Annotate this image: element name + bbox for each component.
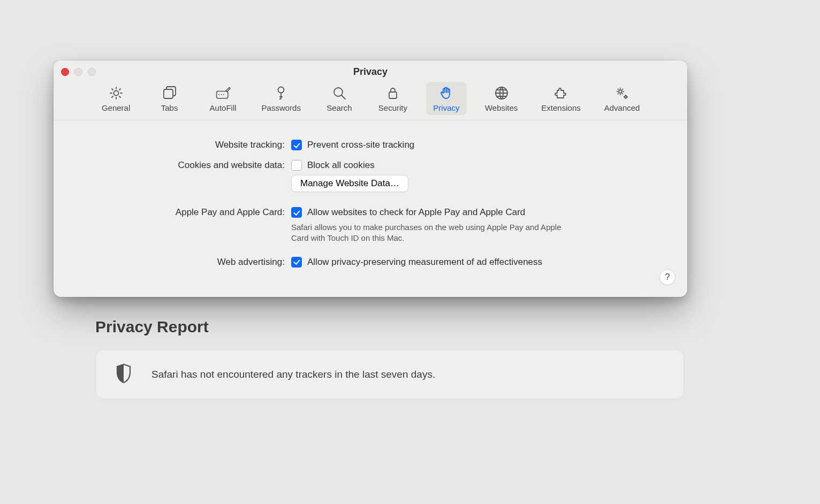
globe-icon — [493, 84, 510, 102]
tab-label: Tabs — [161, 103, 178, 112]
privacy-report-card: Safari has not encountered any trackers … — [95, 349, 684, 399]
allow-apple-pay-check-checkbox[interactable]: Allow websites to check for Apple Pay an… — [291, 207, 570, 218]
tab-label: Passwords — [262, 103, 301, 112]
lock-icon — [385, 84, 401, 102]
tab-general[interactable]: General — [96, 82, 136, 115]
tab-privacy[interactable]: Privacy — [426, 82, 467, 115]
svg-point-0 — [113, 91, 118, 96]
tab-label: Advanced — [604, 103, 640, 112]
search-icon — [331, 84, 347, 102]
tab-tabs[interactable]: Tabs — [149, 82, 190, 115]
tab-search[interactable]: Search — [319, 82, 360, 115]
svg-rect-1 — [164, 89, 173, 98]
website-tracking-label: Website tracking: — [75, 140, 291, 150]
tab-advanced[interactable]: Advanced — [599, 82, 646, 115]
apple-pay-subtext: Safari allows you to make purchases on t… — [291, 222, 570, 244]
tab-label: AutoFill — [210, 103, 237, 112]
preferences-toolbar: General Tabs AutoFill Passwords — [54, 82, 687, 115]
manage-website-data-button[interactable]: Manage Website Data… — [291, 175, 408, 192]
svg-point-4 — [221, 94, 222, 95]
allow-ad-measurement-checkbox[interactable]: Allow privacy-preserving measurement of … — [291, 257, 542, 268]
checkbox-icon — [291, 140, 302, 150]
privacy-report-heading: Privacy Report — [95, 318, 209, 336]
key-icon — [273, 84, 289, 102]
cookies-label: Cookies and website data: — [75, 160, 291, 171]
svg-point-6 — [278, 87, 284, 93]
svg-rect-2 — [216, 91, 227, 98]
gear-icon — [108, 84, 124, 102]
tab-websites[interactable]: Websites — [480, 82, 523, 115]
checkbox-label: Prevent cross-site tracking — [307, 140, 414, 150]
titlebar: Privacy General Tabs AutoFill — [54, 60, 687, 120]
svg-point-11 — [625, 96, 627, 98]
svg-rect-8 — [389, 92, 397, 98]
apple-pay-label: Apple Pay and Apple Card: — [75, 207, 291, 218]
checkbox-label: Allow privacy-preserving measurement of … — [307, 257, 542, 268]
tab-extensions[interactable]: Extensions — [536, 82, 586, 115]
checkbox-icon — [291, 257, 302, 268]
shield-icon — [115, 363, 132, 386]
window-title: Privacy — [54, 66, 687, 78]
tab-passwords[interactable]: Passwords — [256, 82, 306, 115]
block-all-cookies-checkbox[interactable]: Block all cookies — [291, 160, 408, 171]
tab-label: General — [102, 103, 130, 112]
tab-autofill[interactable]: AutoFill — [203, 82, 244, 115]
checkbox-label: Allow websites to check for Apple Pay an… — [307, 207, 525, 218]
tab-label: Privacy — [433, 103, 459, 112]
checkbox-label: Block all cookies — [307, 160, 375, 171]
checkbox-icon — [291, 207, 302, 218]
privacy-form: Website tracking: Prevent cross-site tra… — [54, 120, 687, 297]
tab-label: Security — [378, 103, 407, 112]
checkbox-icon — [291, 160, 302, 171]
gears-icon — [614, 84, 630, 102]
puzzle-icon — [553, 84, 569, 102]
pencil-card-icon — [215, 84, 231, 102]
tab-security[interactable]: Security — [373, 82, 413, 115]
tabs-icon — [162, 84, 178, 102]
svg-point-10 — [619, 90, 622, 93]
privacy-preferences-window: Privacy General Tabs AutoFill — [54, 60, 687, 297]
tab-label: Extensions — [541, 103, 580, 112]
prevent-cross-site-tracking-checkbox[interactable]: Prevent cross-site tracking — [291, 140, 414, 150]
web-advertising-label: Web advertising: — [75, 257, 291, 268]
privacy-report-message: Safari has not encountered any trackers … — [151, 369, 435, 380]
tab-label: Websites — [485, 103, 518, 112]
tab-label: Search — [327, 103, 352, 112]
svg-point-5 — [223, 94, 224, 95]
svg-point-3 — [218, 94, 219, 95]
help-button[interactable]: ? — [659, 269, 675, 285]
hand-icon — [438, 84, 454, 102]
